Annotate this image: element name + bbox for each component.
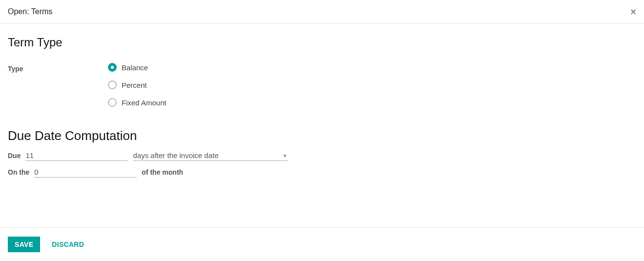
dialog-footer: SAVE DISCARD	[0, 227, 644, 261]
radio-label-percent: Percent	[122, 81, 147, 89]
dialog-title: Open: Terms	[8, 7, 52, 16]
input-on-the[interactable]	[34, 167, 137, 178]
radio-label-fixed: Fixed Amount	[122, 99, 166, 107]
select-due-unit-wrap: ▼	[133, 150, 288, 161]
radio-label-balance: Balance	[122, 63, 148, 72]
radio-icon	[108, 63, 117, 72]
radio-percent[interactable]: Percent	[108, 80, 166, 89]
label-of-the-month: of the month	[142, 168, 183, 176]
radio-icon	[108, 98, 117, 107]
dialog-header: Open: Terms ×	[0, 0, 644, 24]
radio-icon	[108, 80, 117, 89]
form-row-type: Type Balance Percent Fixed Amount	[8, 63, 636, 107]
section-heading-due-date: Due Date Computation	[8, 128, 636, 143]
radio-balance[interactable]: Balance	[108, 63, 166, 72]
input-due-days[interactable]	[25, 150, 128, 161]
row-due: Due ▼	[8, 150, 636, 161]
label-on-the: On the	[8, 168, 29, 176]
close-icon[interactable]: ×	[630, 7, 636, 17]
label-type: Type	[8, 63, 108, 73]
discard-button[interactable]: DISCARD	[50, 237, 86, 252]
select-due-unit[interactable]	[133, 150, 288, 161]
label-due: Due	[8, 152, 21, 160]
radio-group-type: Balance Percent Fixed Amount	[108, 63, 166, 107]
section-heading-term-type: Term Type	[8, 36, 636, 49]
dialog-body: Term Type Type Balance Percent Fixed Amo…	[0, 24, 644, 227]
dialog-open-terms: Open: Terms × Term Type Type Balance Per…	[0, 0, 644, 261]
radio-fixed-amount[interactable]: Fixed Amount	[108, 98, 166, 107]
save-button[interactable]: SAVE	[8, 237, 40, 252]
row-on-the: On the of the month	[8, 167, 636, 178]
